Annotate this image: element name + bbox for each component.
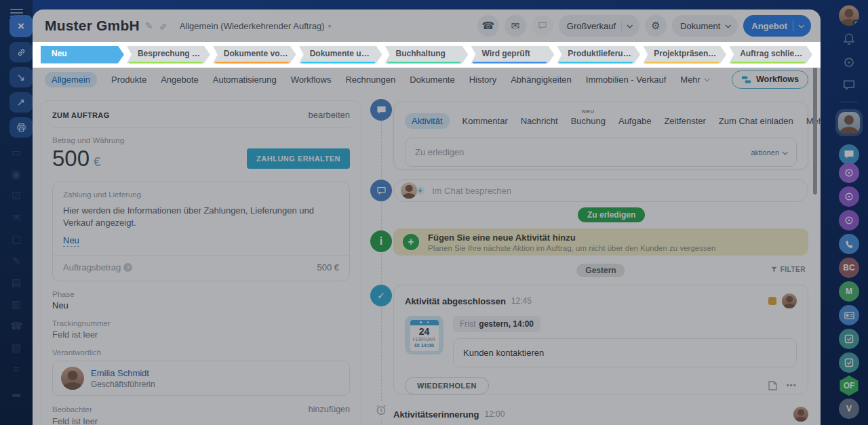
sidebar-menu-icon[interactable]: ▥ <box>12 298 21 310</box>
copilot-chat[interactable] <box>839 186 859 207</box>
tab-history[interactable]: History <box>469 75 496 85</box>
tab-allgemein[interactable]: Allgemein <box>45 72 97 87</box>
copilot-button[interactable] <box>842 56 856 69</box>
filter-button[interactable]: FILTER <box>770 266 806 273</box>
tab-mehr[interactable]: Mehr <box>680 75 709 85</box>
add-activity-icon[interactable]: + <box>403 234 419 250</box>
workflows-button[interactable]: Workflows <box>732 70 808 89</box>
open-new-window-button[interactable]: ↗ <box>9 92 33 113</box>
edit-link[interactable]: bearbeiten <box>309 110 350 120</box>
sidebar-menu-icon[interactable]: ≡ <box>14 363 20 376</box>
calls-chat[interactable] <box>839 234 859 254</box>
observer-add-link[interactable]: hinzufügen <box>309 405 350 414</box>
composer-tab-buchung[interactable]: NEUBuchung <box>571 116 606 126</box>
group-chat-bc[interactable]: BC <box>839 258 859 278</box>
messenger-button[interactable] <box>842 79 856 92</box>
chat-button[interactable] <box>532 15 553 37</box>
stage-buchhaltung[interactable]: Buchhaltung <box>385 46 469 64</box>
group-chat-of[interactable]: OF <box>839 376 859 396</box>
sidebar-menu-icon[interactable]: ▧ <box>12 342 21 354</box>
sidebar-menu-icon[interactable]: ▤ <box>12 277 21 289</box>
scrollbar-thumb[interactable] <box>813 51 817 195</box>
tasks-chat[interactable] <box>839 352 859 373</box>
calendar-day: 24 <box>410 327 439 337</box>
stage-dokumente-vorbereiten[interactable]: Dokumente vorbereit... <box>213 46 296 64</box>
bell-icon <box>842 33 856 46</box>
pipeline-stage-bar: Neu Besprechung der Bes... Dokumente vor… <box>33 42 821 68</box>
tab-rechnungen[interactable]: Rechnungen <box>345 75 395 85</box>
payment-delivery-box: Zahlung und Lieferung Hier werden die In… <box>52 182 350 281</box>
actions-dropdown[interactable]: aktionen <box>751 148 787 157</box>
activity-subject[interactable]: Kunden kontaktieren <box>453 338 797 367</box>
payment-new-link[interactable]: Neu <box>63 235 79 247</box>
copilot-chat[interactable] <box>839 163 859 183</box>
close-button[interactable]: × <box>9 15 33 37</box>
stage-besprechung[interactable]: Besprechung der Bes... <box>127 46 210 64</box>
active-chat-avatar[interactable] <box>835 109 863 136</box>
email-button[interactable]: ✉ <box>505 15 526 37</box>
notifications-button[interactable] <box>842 33 856 46</box>
tab-automatisierung[interactable]: Automatisierung <box>213 75 277 85</box>
quote-button[interactable]: Angebot <box>743 15 811 37</box>
activity-hint-banner[interactable]: + Fügen Sie eine neue Aktivität hinzu Pl… <box>393 228 808 256</box>
stage-produktlieferung[interactable]: Produktlieferung <box>557 46 640 64</box>
print-button[interactable] <box>9 117 33 138</box>
stage-neu[interactable]: Neu <box>41 46 124 64</box>
settings-button[interactable]: ⚙ <box>645 15 667 37</box>
document-button[interactable]: Dokument <box>672 15 738 37</box>
tasks-chat[interactable] <box>839 329 859 349</box>
online-status-dot <box>853 20 859 26</box>
responsible-card: Emilia Schmidt Geschäftsführerin <box>52 361 350 396</box>
stage-wird-geprueft[interactable]: Wird geprüft <box>471 46 554 64</box>
copy-link-icon[interactable] <box>159 20 167 31</box>
copy-link-button[interactable] <box>9 42 33 62</box>
tab-abhaengigkeiten[interactable]: Abhängigkeiten <box>511 75 572 85</box>
group-chat-m[interactable]: M <box>839 281 859 302</box>
sidebar-menu-icon[interactable]: ✉ <box>12 211 21 224</box>
stage-projektpraesentation[interactable]: Projektpräsentation <box>643 46 726 64</box>
sidebar-menu-icon[interactable]: ☎ <box>10 320 23 332</box>
group-chat-v[interactable]: V <box>839 399 859 419</box>
minimize-button[interactable]: ↘ <box>9 67 33 87</box>
sidebar-menu-icon[interactable]: ▢ <box>12 233 21 245</box>
edit-title-icon[interactable]: ✎ <box>145 20 153 31</box>
sidebar-menu-icon[interactable]: ✎ <box>12 255 21 267</box>
stage-dokumente-unterschreiben[interactable]: Dokumente untersch... <box>299 46 382 64</box>
funnel-select[interactable]: Großverkauf <box>559 15 639 37</box>
help-icon[interactable]: ? <box>123 263 132 272</box>
field-tracking: Trackingnummer Feld ist leer <box>52 319 350 340</box>
responsible-name-link[interactable]: Emilia Schmidt <box>91 368 155 378</box>
todo-input[interactable] <box>415 147 744 157</box>
quote-button-label: Angebot <box>751 21 787 31</box>
stage-auftrag-schliessen[interactable]: Auftrag schließen <box>729 46 812 64</box>
tab-immobilien-verkauf[interactable]: Immobilien - Verkauf <box>586 75 667 85</box>
tab-angebote[interactable]: Angebote <box>161 75 199 85</box>
sidebar-menu-icon[interactable]: ▭ <box>12 146 21 159</box>
payment-received-button[interactable]: ZAHLUNG ERHALTEN <box>247 148 350 169</box>
composer-tab-nachricht[interactable]: Nachricht <box>521 116 558 126</box>
composer-tab-aufgabe[interactable]: Aufgabe <box>618 116 651 126</box>
document-button-label: Dokument <box>680 21 720 31</box>
tab-workflows[interactable]: Workflows <box>291 75 332 85</box>
sidebar-menu-icon[interactable]: ▂ <box>12 385 20 397</box>
tab-produkte[interactable]: Produkte <box>111 75 146 85</box>
composer-tab-zeitfenster[interactable]: Zeitfenster <box>664 116 705 126</box>
contacts-chat[interactable] <box>839 305 859 325</box>
chat-input[interactable] <box>432 186 801 196</box>
chat-notification[interactable] <box>839 144 859 165</box>
pipeline-selector[interactable]: Allgemein (Wiederkehrender Auftrag) ▾ <box>180 21 332 31</box>
user-avatar[interactable] <box>839 5 859 26</box>
tab-dokumente[interactable]: Dokumente <box>410 75 454 85</box>
composer-tab-kommentar[interactable]: Kommentar <box>462 116 508 126</box>
phone-icon: ☎ <box>481 20 494 32</box>
note-icon[interactable] <box>767 380 778 391</box>
left-rail-bg-icons: ○▦▭▣☑✉▢✎▤▥☎▧≡▂ <box>0 103 33 397</box>
composer-tab-aktivitaet[interactable]: Aktivität <box>405 113 450 129</box>
composer-tab-chat-einladen[interactable]: Zum Chat einladen <box>719 116 793 126</box>
call-button[interactable]: ☎ <box>477 15 499 37</box>
sidebar-menu-icon[interactable]: ☑ <box>12 190 20 202</box>
repeat-button[interactable]: WIEDERHOLEN <box>405 377 489 394</box>
copilot-chat[interactable] <box>839 210 859 230</box>
more-actions-icon[interactable]: ••• <box>786 381 797 390</box>
sidebar-menu-icon[interactable]: ▣ <box>12 168 21 180</box>
